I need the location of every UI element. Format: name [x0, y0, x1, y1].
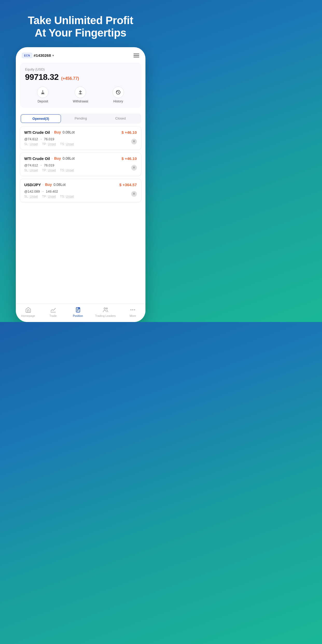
equity-card: Equity (USD) 99718.32 (+456.77) Deposit [20, 63, 141, 108]
trade-price-to: 76.019 [44, 137, 54, 141]
home-icon [25, 306, 32, 313]
deposit-button[interactable]: Deposit [37, 87, 48, 103]
hero-line1: Take Unlimited Profit [28, 14, 133, 26]
trade-direction-arrow: › [52, 157, 53, 160]
tabs-row: Opened(3) Pending Closed [20, 114, 141, 124]
trade-symbol: USD/JPY [24, 183, 41, 187]
trade-direction: Buy [45, 183, 52, 187]
account-number: #1430268 [34, 53, 51, 58]
trade-bottom: @74.612 → 76.019 SL: Unset TP: Unset TS:… [24, 137, 137, 146]
chevron-down-icon: ▾ [52, 54, 54, 57]
trade-top: USD/JPY › Buy 0.08Lot $ +364.57 [24, 183, 137, 187]
nav-position[interactable]: Position [70, 306, 86, 317]
phone-mockup: ECN #1430268 ▾ Equity (USD) 99718.32 (+4… [16, 47, 145, 322]
trade-left: USD/JPY › Buy 0.08Lot [24, 183, 66, 187]
trade-lot: 0.08Lot [62, 130, 75, 134]
nav-trading-leaders[interactable]: Trading Leaders [95, 306, 116, 317]
trade-pnl: $ +46.10 [122, 156, 137, 161]
trade-prices: @142.089 → 149.402 [24, 190, 74, 193]
people-icon [102, 306, 109, 313]
trade-top: WTI Crude Oil › Buy 0.08Lot $ +46.10 [24, 130, 137, 135]
svg-point-7 [131, 310, 131, 310]
trade-price-from: @142.089 [24, 190, 40, 193]
price-arrow-icon: → [41, 190, 44, 193]
nav-trade-label: Trade [49, 314, 57, 317]
trade-bottom: @142.089 → 149.402 SL: Unset TP: Unset T… [24, 190, 137, 198]
trade-card: USD/JPY › Buy 0.08Lot $ +364.57 @142.089… [20, 179, 141, 202]
trade-ts: TS: Unset [60, 142, 74, 146]
equity-value-row: 99718.32 (+456.77) [25, 72, 136, 82]
svg-point-9 [134, 310, 135, 310]
nav-homepage[interactable]: Homepage [20, 306, 36, 317]
trade-price-from: @74.612 [24, 137, 38, 141]
trade-pnl: $ +364.57 [119, 183, 137, 187]
trade-ts: TS: Unset [60, 195, 74, 198]
trade-bottom: @74.612 → 76.019 SL: Unset TP: Unset TS:… [24, 163, 137, 172]
more-icon [129, 306, 136, 313]
price-arrow-icon: → [39, 164, 42, 167]
trade-sl-row: SL: Unset TP: Unset TS: Unset [24, 169, 74, 172]
trade-symbol: WTI Crude Oil [24, 130, 50, 135]
chart-icon [50, 306, 57, 313]
trade-direction: Buy [54, 130, 61, 134]
nav-trading-leaders-label: Trading Leaders [95, 314, 116, 317]
trade-lot: 0.08Lot [53, 183, 66, 187]
menu-button[interactable] [134, 54, 139, 57]
trade-sl: SL: Unset [24, 195, 38, 198]
bottom-nav: Homepage Trade [16, 304, 145, 322]
trade-sl-row: SL: Unset TP: Unset TS: Unset [24, 142, 74, 146]
hero-line2: At Your Fingertips [35, 27, 126, 39]
trade-prices: @74.612 → 76.019 [24, 137, 74, 141]
trade-sl-row: SL: Unset TP: Unset TS: Unset [24, 195, 74, 198]
trade-top: WTI Crude Oil › Buy 0.08Lot $ +46.10 [24, 156, 137, 161]
trade-direction-arrow: › [52, 130, 53, 134]
trade-symbol: WTI Crude Oil [24, 156, 50, 161]
trade-prices: @74.612 → 76.019 [24, 163, 74, 167]
trade-sl: SL: Unset [24, 142, 38, 146]
trade-tp: TP: Unset [42, 169, 56, 172]
trade-direction: Buy [54, 156, 61, 160]
document-icon [75, 306, 81, 313]
trade-tp: TP: Unset [42, 142, 56, 146]
trade-tp: TP: Unset [42, 195, 56, 198]
trade-card: WTI Crude Oil › Buy 0.08Lot $ +46.10 @74… [20, 126, 141, 150]
trade-sl: SL: Unset [24, 169, 38, 172]
nav-trade[interactable]: Trade [45, 306, 61, 317]
trade-close-button[interactable]: ✕ [131, 191, 137, 197]
svg-point-5 [104, 308, 106, 309]
account-badge[interactable]: ECN #1430268 ▾ [22, 53, 54, 58]
nav-more-label: More [130, 314, 136, 317]
withdrawal-icon [75, 87, 86, 98]
nav-homepage-label: Homepage [21, 314, 35, 317]
price-arrow-icon: → [39, 137, 42, 141]
ecn-tag: ECN [22, 53, 32, 58]
trades-list: WTI Crude Oil › Buy 0.08Lot $ +46.10 @74… [16, 126, 145, 304]
history-button[interactable]: History [113, 87, 124, 103]
history-label: History [113, 100, 123, 103]
trade-card: WTI Crude Oil › Buy 0.08Lot $ +46.10 @74… [20, 152, 141, 176]
equity-change: (+456.77) [61, 76, 79, 81]
tab-opened[interactable]: Opened(3) [21, 114, 61, 123]
tab-closed[interactable]: Closed [101, 114, 140, 123]
trade-close-button[interactable]: ✕ [131, 139, 137, 144]
hero-text: Take Unlimited Profit At Your Fingertips [17, 14, 143, 39]
trade-close-button[interactable]: ✕ [131, 165, 137, 171]
trade-ts: TS: Unset [60, 169, 74, 172]
trade-lot: 0.08Lot [62, 156, 75, 160]
withdrawal-button[interactable]: Withdrawal [73, 87, 88, 103]
deposit-icon [37, 87, 48, 98]
svg-point-8 [132, 310, 133, 310]
svg-point-6 [106, 308, 107, 309]
nav-position-label: Position [73, 314, 83, 317]
trade-direction-arrow: › [43, 183, 44, 186]
phone-header: ECN #1430268 ▾ [16, 47, 145, 61]
trade-left: WTI Crude Oil › Buy 0.08Lot [24, 130, 75, 135]
withdrawal-label: Withdrawal [73, 100, 88, 103]
history-icon [113, 87, 124, 98]
nav-more[interactable]: More [125, 306, 141, 317]
trade-price-to: 149.402 [46, 190, 58, 193]
equity-label: Equity (USD) [25, 67, 136, 71]
trade-price-from: @74.612 [24, 163, 38, 167]
trade-price-to: 76.019 [44, 163, 54, 167]
tab-pending[interactable]: Pending [61, 114, 101, 123]
